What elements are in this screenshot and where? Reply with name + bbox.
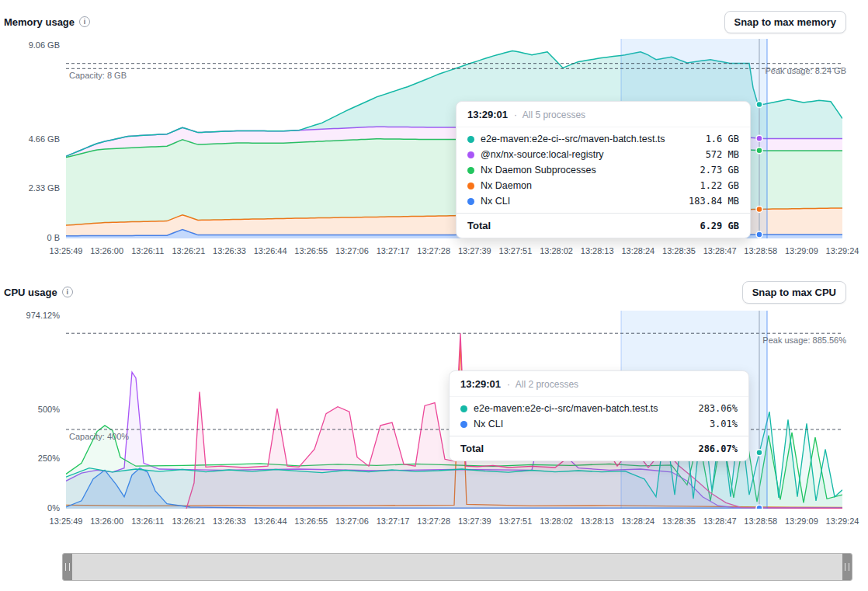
cpu-tooltip-total: Total 286.07% [450, 436, 748, 461]
cpu-x-tick-label: 13:28:13 [581, 516, 614, 526]
cpu-x-tick-label: 13:26:55 [294, 516, 328, 526]
memory-y-tick-label: 0 B [4, 233, 60, 242]
memory-x-tick-label: 13:25:49 [50, 246, 83, 256]
memory-title-wrap: Memory usage i [4, 16, 90, 28]
cpu-y-tick-label: 500% [4, 405, 60, 414]
cpu-x-tick-label: 13:26:44 [254, 516, 287, 526]
memory-x-tick-label: 13:28:24 [621, 246, 654, 256]
grip-icon [65, 563, 70, 571]
tooltip-row: Nx Daemon Subprocesses2.73 GB [457, 162, 750, 178]
cpu-x-tick-label: 13:28:58 [744, 516, 777, 526]
cpu-x-tick-label: 13:27:06 [335, 516, 369, 526]
memory-tooltip-total: Total 6.29 GB [457, 213, 750, 238]
process-value: 1.6 GB [706, 134, 739, 144]
memory-x-tick-label: 13:29:09 [785, 246, 818, 256]
tooltip-row: Nx CLI3.01% [450, 416, 748, 432]
process-name: Nx Daemon Subprocesses [481, 165, 693, 176]
brush-left-handle[interactable] [63, 554, 72, 580]
snap-to-max-memory-button[interactable]: Snap to max memory [724, 11, 847, 33]
memory-x-tick-label: 13:26:55 [294, 246, 328, 256]
tooltip-time: 13:29:01 [467, 109, 508, 120]
total-value: 6.29 GB [700, 221, 739, 231]
memory-x-tick-label: 13:27:17 [377, 246, 410, 256]
cpu-x-tick-label: 13:26:11 [131, 516, 164, 526]
memory-y-tick-label: 4.66 GB [4, 134, 60, 144]
memory-x-tick-label: 13:28:35 [662, 246, 696, 256]
cpu-x-tick-label: 13:28:02 [540, 516, 573, 526]
memory-x-tick-label: 13:26:00 [90, 246, 123, 256]
memory-x-tick-label: 13:27:51 [499, 246, 533, 256]
process-value: 183.84 MB [689, 196, 739, 207]
cpu-title-wrap: CPU usage i [4, 287, 73, 298]
memory-page-title: Memory usage [4, 16, 75, 28]
memory-x-tick-label: 13:29:24 [826, 246, 859, 256]
process-value: 1.22 GB [700, 180, 739, 191]
cpu-capacity-label: Capacity: 400% [69, 432, 129, 441]
process-value: 3.01% [710, 419, 738, 429]
memory-x-tick-label: 13:26:44 [254, 246, 287, 256]
series-color-dot [467, 183, 474, 189]
profiler-page: Memory usage i Snap to max memory CPU us… [0, 0, 868, 591]
cpu-x-tick-label: 13:26:33 [213, 516, 246, 526]
memory-x-tick-label: 13:27:28 [417, 246, 450, 256]
total-label: Total [467, 220, 491, 231]
cpu-tooltip: 13:29:01 · All 2 processes e2e-maven:e2e… [449, 370, 749, 461]
tooltip-time: 13:29:01 [460, 378, 501, 390]
process-name: Nx Daemon [481, 180, 693, 191]
cpu-x-tick-label: 13:27:28 [417, 516, 450, 526]
memory-info-icon[interactable]: i [79, 16, 90, 27]
cpu-x-tick-label: 13:26:00 [90, 516, 123, 526]
cpu-y-tick-label: 974.12% [4, 311, 60, 320]
tooltip-row: e2e-maven:e2e-ci--src/maven-batch.test.t… [450, 401, 748, 416]
process-name: e2e-maven:e2e-ci--src/maven-batch.test.t… [474, 403, 692, 414]
process-value: 2.73 GB [700, 165, 739, 176]
memory-x-tick-label: 13:27:39 [458, 246, 491, 256]
cpu-tooltip-rows: e2e-maven:e2e-ci--src/maven-batch.test.t… [450, 397, 748, 436]
series-color-dot [460, 421, 467, 428]
memory-tooltip-header: 13:29:01 · All 5 processes [457, 102, 750, 127]
memory-tooltip-rows: e2e-maven:e2e-ci--src/maven-batch.test.t… [457, 127, 750, 213]
series-color-dot [467, 198, 474, 205]
total-label: Total [460, 443, 484, 454]
cpu-panel-header: CPU usage i Snap to max CPU [4, 280, 846, 304]
series-color-dot [467, 151, 474, 158]
process-name: Nx CLI [474, 419, 703, 429]
memory-x-tick-label: 13:28:02 [540, 246, 573, 256]
series-color-dot [467, 136, 474, 143]
cpu-x-tick-label: 13:26:21 [172, 516, 205, 526]
cpu-x-tick-label: 13:29:24 [826, 516, 859, 526]
cpu-info-icon[interactable]: i [62, 287, 73, 297]
snap-to-max-cpu-button[interactable]: Snap to max CPU [742, 281, 846, 304]
timeline-brush[interactable] [62, 553, 852, 581]
cpu-x-tick-label: 13:25:49 [50, 516, 83, 526]
process-value: 283.06% [698, 403, 738, 414]
cpu-x-tick-label: 13:28:35 [662, 516, 696, 526]
memory-x-tick-label: 13:28:13 [581, 246, 614, 256]
memory-panel-header: Memory usage i Snap to max memory [4, 10, 846, 33]
memory-peak-label: Peak usage: 8.24 GB [765, 66, 846, 75]
memory-x-tick-label: 13:26:21 [172, 246, 205, 256]
cpu-x-tick-label: 13:27:39 [458, 516, 491, 526]
cpu-page-title: CPU usage [4, 287, 57, 298]
brush-right-handle[interactable] [842, 554, 852, 580]
cpu-peak-label: Peak usage: 885.56% [762, 335, 846, 345]
cpu-y-tick-label: 0% [4, 503, 60, 513]
memory-x-tick-label: 13:26:33 [213, 246, 246, 256]
tooltip-row: e2e-maven:e2e-ci--src/maven-batch.test.t… [457, 131, 750, 147]
tooltip-row: Nx Daemon1.22 GB [457, 178, 750, 193]
process-value: 572 MB [706, 149, 739, 160]
cpu-x-tick-label: 13:28:24 [621, 516, 654, 526]
cpu-tooltip-header: 13:29:01 · All 2 processes [450, 371, 748, 397]
grip-icon [845, 563, 849, 571]
memory-capacity-label: Capacity: 8 GB [69, 71, 127, 80]
memory-x-tick-label: 13:28:58 [744, 246, 777, 256]
tooltip-row: @nx/nx-source:local-registry572 MB [457, 147, 750, 162]
tooltip-subtitle: · All 5 processes [514, 110, 585, 120]
memory-tooltip: 13:29:01 · All 5 processes e2e-maven:e2e… [456, 101, 751, 238]
cpu-x-tick-label: 13:27:17 [377, 516, 410, 526]
cpu-x-tick-label: 13:28:47 [703, 516, 737, 526]
process-name: Nx CLI [481, 196, 682, 207]
memory-x-tick-label: 13:26:11 [131, 246, 164, 256]
memory-y-tick-label: 2.33 GB [4, 183, 60, 193]
process-name: e2e-maven:e2e-ci--src/maven-batch.test.t… [481, 134, 700, 144]
